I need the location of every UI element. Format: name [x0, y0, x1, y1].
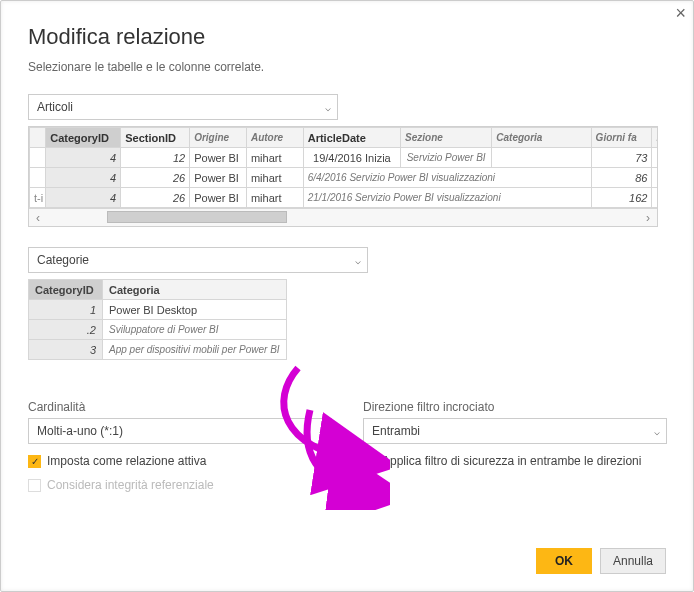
col-sezione[interactable]: Sezione [401, 128, 492, 148]
col-categoryid[interactable]: CategoryID [46, 128, 121, 148]
col-categoria[interactable]: Categoria [492, 128, 591, 148]
col-ntioza[interactable]: Ntioza [652, 128, 658, 148]
col-origine[interactable]: Origine [190, 128, 247, 148]
table2-grid[interactable]: CategoryID Categoria 1 Power BI Desktop … [28, 279, 287, 360]
checkbox-checked-icon: ✓ [28, 455, 41, 468]
chevron-down-icon: ⌵ [355, 255, 361, 266]
referential-integrity-checkbox: Considera integrità referenziale [28, 478, 331, 492]
scroll-thumb[interactable] [107, 211, 287, 223]
table1-scrollbar[interactable]: ‹ › [29, 208, 657, 226]
col2-categoryid[interactable]: CategoryID [29, 280, 103, 300]
active-relationship-checkbox[interactable]: ✓ Imposta come relazione attiva [28, 454, 331, 468]
edit-relationship-dialog: Modifica relazione Selezionare le tabell… [0, 0, 694, 552]
table2-select-value: Categorie [37, 253, 89, 267]
table-row[interactable]: t-i 4 26 Power BI mihart 21/1/2016 Servi… [30, 188, 659, 208]
col2-categoria[interactable]: Categoria [103, 280, 287, 300]
chevron-down-icon: ⌵ [325, 102, 331, 113]
active-relationship-label: Imposta come relazione attiva [47, 454, 206, 468]
security-filter-label: Applica filtro di sicurezza in entrambe … [382, 454, 641, 468]
table-row[interactable]: .2 Sviluppatore di Power BI [29, 320, 287, 340]
scroll-left-icon[interactable]: ‹ [29, 211, 47, 225]
table1-select-value: Articoli [37, 100, 73, 114]
cardinality-select[interactable]: Molti-a-uno (*:1) ⌵ [28, 418, 332, 444]
dialog-title: Modifica relazione [28, 24, 666, 50]
table1-grid[interactable]: CategoryID SectionID Origine Autore Arti… [29, 127, 658, 208]
table1-select[interactable]: Articoli ⌵ [28, 94, 338, 120]
chevron-down-icon: ⌵ [319, 426, 325, 437]
dialog-subtitle: Selezionare le tabelle e le colonne corr… [28, 60, 666, 74]
checkbox-empty-icon [28, 479, 41, 492]
security-filter-checkbox[interactable]: ✓ Applica filtro di sicurezza in entramb… [363, 454, 666, 468]
crossfilter-select[interactable]: Entrambi ⌵ [363, 418, 667, 444]
scroll-track[interactable] [47, 209, 639, 226]
table-row[interactable]: 3 App per dispositivi mobili per Power B… [29, 340, 287, 360]
cardinality-label: Cardinalità [28, 400, 331, 414]
table-row[interactable]: 4 12 Power BI mihart 19/4/2016 Inizia Se… [30, 148, 659, 168]
close-icon[interactable]: × [675, 4, 686, 22]
table1-preview: CategoryID SectionID Origine Autore Arti… [28, 126, 658, 227]
chevron-down-icon: ⌵ [654, 426, 660, 437]
ok-button[interactable]: OK [536, 548, 592, 574]
col-sectionid[interactable]: SectionID [121, 128, 190, 148]
crossfilter-label: Direzione filtro incrociato [363, 400, 666, 414]
cancel-button[interactable]: Annulla [600, 548, 666, 574]
row-header-blank [30, 128, 46, 148]
cardinality-value: Molti-a-uno (*:1) [37, 424, 123, 438]
col-giorni[interactable]: Giorni fa [591, 128, 652, 148]
col-articledate[interactable]: ArticleDate [303, 128, 400, 148]
table-row[interactable]: 4 26 Power BI mihart 6/4/2016 Servizio P… [30, 168, 659, 188]
crossfilter-value: Entrambi [372, 424, 420, 438]
checkbox-checked-icon: ✓ [363, 455, 376, 468]
table2-select[interactable]: Categorie ⌵ [28, 247, 368, 273]
scroll-right-icon[interactable]: › [639, 211, 657, 225]
col-autore[interactable]: Autore [246, 128, 303, 148]
table-row[interactable]: 1 Power BI Desktop [29, 300, 287, 320]
referential-integrity-label: Considera integrità referenziale [47, 478, 214, 492]
